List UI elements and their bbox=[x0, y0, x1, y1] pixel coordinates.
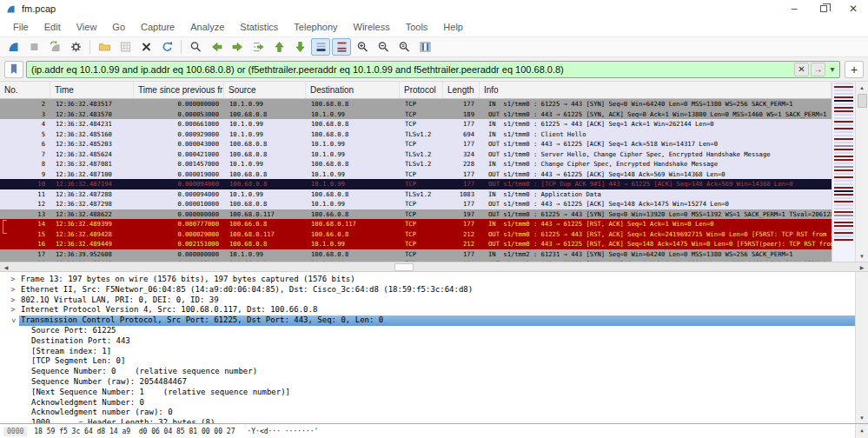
detail-field[interactable]: Source Port: 61225 bbox=[0, 326, 855, 336]
column-header-destination[interactable]: Destination bbox=[306, 82, 400, 98]
zoom-reset-icon[interactable] bbox=[394, 38, 414, 56]
restart-capture-icon[interactable] bbox=[45, 38, 64, 56]
detail-field[interactable]: [TCP Segment Len: 0] bbox=[0, 356, 855, 367]
resize-columns-icon[interactable] bbox=[415, 38, 434, 56]
menu-go[interactable]: Go bbox=[104, 19, 133, 35]
save-file-icon[interactable] bbox=[116, 38, 135, 56]
menu-file[interactable]: File bbox=[5, 19, 36, 35]
minimize-button[interactable]: – bbox=[779, 0, 809, 17]
detail-field[interactable]: Acknowledgment Number: 0 bbox=[0, 398, 855, 408]
detail-field[interactable]: [Next Sequence Number: 1 (relative seque… bbox=[0, 388, 855, 398]
menu-statistics[interactable]: Statistics bbox=[232, 19, 286, 35]
filter-dropdown-button[interactable]: ▾ bbox=[827, 63, 838, 76]
hex-scroll-up-icon[interactable]: ▲ bbox=[856, 424, 868, 435]
close-button[interactable]: ✕ bbox=[838, 0, 868, 17]
detail-field[interactable]: 1000 .... = Header Length: 32 bytes (8) bbox=[0, 418, 855, 423]
restore-button[interactable] bbox=[809, 0, 838, 17]
detail-field[interactable]: Destination Port: 443 bbox=[0, 336, 855, 347]
hex-dump-pane[interactable]: 0000 18 59 f5 3c 64 d8 14 a9 d0 06 04 85… bbox=[0, 423, 868, 438]
open-file-icon[interactable] bbox=[95, 38, 114, 56]
collapsed-chevron-icon[interactable]: > bbox=[7, 275, 19, 285]
reload-file-icon[interactable] bbox=[157, 38, 176, 56]
filter-bookmark-button[interactable] bbox=[4, 61, 23, 78]
scroll-up-icon[interactable]: ▲ bbox=[856, 82, 868, 93]
filter-clear-button[interactable]: ✕ bbox=[794, 63, 809, 76]
column-header-info[interactable]: Info bbox=[480, 82, 832, 98]
find-packet-icon[interactable] bbox=[186, 38, 205, 56]
packet-row-3[interactable]: 312:36:32.4835700.000053000100.68.0.810.… bbox=[0, 110, 832, 120]
display-filter-input[interactable]: (ip.addr eq 10.1.0.99 and ip.addr eq 100… bbox=[26, 61, 840, 78]
menu-wireless[interactable]: Wireless bbox=[346, 19, 398, 35]
hex-bytes[interactable]: 18 59 f5 3c 64 d8 14 a9 d0 06 04 85 81 0… bbox=[34, 428, 235, 435]
detail-field[interactable]: Acknowledgment number (raw): 0 bbox=[0, 408, 855, 418]
collapsed-chevron-icon[interactable]: > bbox=[7, 285, 19, 295]
colorize-packets-icon[interactable] bbox=[332, 38, 351, 56]
packet-row-16[interactable]: 1612:36:32.4894490.002151000100.68.0.810… bbox=[0, 239, 832, 249]
menu-edit[interactable]: Edit bbox=[36, 19, 69, 35]
go-first-packet-icon[interactable] bbox=[269, 38, 288, 56]
packet-row-7[interactable]: 712:36:32.4856240.000421000100.68.0.810.… bbox=[0, 149, 832, 160]
packet-row-17[interactable]: 1712:36:39.9526080.00000000010.1.0.99100… bbox=[0, 249, 832, 260]
menu-view[interactable]: View bbox=[69, 19, 105, 35]
expanded-chevron-icon[interactable]: > bbox=[8, 315, 18, 327]
column-header-length[interactable]: Length bbox=[443, 82, 480, 98]
packet-row-14[interactable]: 1412:36:32.4893990.000777000100.66.0.810… bbox=[0, 219, 832, 229]
packet-row-15[interactable]: 1512:36:32.4894280.000029000100.68.0.117… bbox=[0, 229, 832, 240]
hex-ascii[interactable]: ·Y·<d··· ·······' bbox=[247, 428, 318, 435]
packet-row-2[interactable]: 212:36:32.4835170.00000000010.1.0.99100.… bbox=[0, 99, 832, 110]
packet-row-4[interactable]: 412:36:32.4842310.00066100010.1.0.99100.… bbox=[0, 119, 832, 129]
packet-minimap[interactable] bbox=[832, 82, 855, 262]
menu-telephony[interactable]: Telephony bbox=[286, 19, 345, 35]
menu-analyze[interactable]: Analyze bbox=[182, 19, 232, 35]
detail-protocol-layer[interactable]: >Frame 13: 197 bytes on wire (1576 bits)… bbox=[0, 275, 855, 285]
packet-row-8[interactable]: 812:36:32.4870810.00145700010.1.0.99100.… bbox=[0, 159, 832, 169]
column-header-source[interactable]: Source bbox=[224, 82, 306, 98]
menu-capture[interactable]: Capture bbox=[133, 19, 182, 35]
filter-add-button[interactable]: + bbox=[845, 61, 864, 78]
scroll-left-icon[interactable]: ◀ bbox=[0, 262, 12, 271]
go-last-packet-icon[interactable] bbox=[290, 38, 309, 56]
packet-row-9[interactable]: 912:36:32.4871000.000019000100.68.0.810.… bbox=[0, 169, 832, 180]
collapsed-chevron-icon[interactable]: > bbox=[7, 295, 19, 306]
stop-capture-icon[interactable] bbox=[24, 38, 43, 56]
detail-protocol-layer[interactable]: >Internet Protocol Version 4, Src: 100.6… bbox=[0, 305, 855, 315]
scroll-right-icon[interactable]: ▶ bbox=[856, 262, 868, 271]
menu-help[interactable]: Help bbox=[435, 19, 471, 35]
packet-row-10[interactable]: 1012:36:32.4871940.000094000100.68.0.810… bbox=[0, 179, 832, 189]
detail-field[interactable]: Sequence Number: 0 (relative sequence nu… bbox=[0, 367, 855, 377]
packet-src: 100.68.0.8 bbox=[224, 149, 306, 160]
menu-tools[interactable]: Tools bbox=[398, 19, 436, 35]
column-header-time[interactable]: Time bbox=[50, 82, 134, 98]
column-header-no[interactable]: No. bbox=[0, 82, 50, 98]
detail-protocol-layer[interactable]: >Ethernet II, Src: F5Networ_06:04:85 (14… bbox=[0, 285, 855, 295]
capture-options-icon[interactable] bbox=[66, 38, 85, 56]
auto-scroll-icon[interactable] bbox=[311, 38, 330, 56]
packet-row-13[interactable]: 1312:36:32.4886220.000000000100.68.0.117… bbox=[0, 209, 832, 220]
column-header-protocol[interactable]: Protocol bbox=[400, 82, 443, 98]
packet-row-6[interactable]: 612:36:32.4852030.000043000100.68.0.810.… bbox=[0, 139, 832, 149]
packet-row-11[interactable]: 1112:36:32.4872880.00009400010.1.0.99100… bbox=[0, 189, 832, 200]
detail-field[interactable]: Sequence Number (raw): 2054484467 bbox=[0, 377, 855, 388]
detail-protocol-layer[interactable]: >802.1Q Virtual LAN, PRI: 0, DEI: 0, ID:… bbox=[0, 295, 855, 306]
details-scrollbar[interactable]: ▼ bbox=[855, 272, 868, 423]
scroll-down-icon[interactable]: ▼ bbox=[856, 250, 868, 262]
zoom-in-icon[interactable] bbox=[353, 38, 372, 56]
details-scroll-down-icon[interactable]: ▼ bbox=[856, 412, 868, 423]
go-forward-icon[interactable] bbox=[228, 38, 247, 56]
packet-row-12[interactable]: 1212:36:32.4872980.000010000100.68.0.810… bbox=[0, 199, 832, 209]
start-capture-icon[interactable] bbox=[3, 38, 23, 56]
hex-scrollbar[interactable]: ▲ bbox=[855, 424, 868, 438]
scroll-thumb[interactable] bbox=[858, 94, 867, 108]
packet-row-5[interactable]: 512:36:32.4851600.00092900010.1.0.99100.… bbox=[0, 129, 832, 140]
packet-list-scrollbar[interactable]: ▲ ▼ bbox=[855, 82, 868, 262]
filter-apply-button[interactable]: → bbox=[811, 63, 825, 76]
column-header-time-since-previous-fram[interactable]: Time since previous fram bbox=[134, 82, 224, 98]
close-file-icon[interactable] bbox=[136, 38, 156, 56]
detail-field[interactable]: [Stream index: 1] bbox=[0, 347, 855, 357]
go-back-icon[interactable] bbox=[207, 38, 226, 56]
horizontal-scrollbar[interactable]: ◀ ▶ bbox=[0, 262, 868, 272]
detail-protocol-layer[interactable]: >Transmission Control Protocol, Src Port… bbox=[0, 315, 855, 326]
hscroll-thumb[interactable] bbox=[394, 263, 414, 271]
zoom-out-icon[interactable] bbox=[374, 38, 393, 56]
go-to-packet-icon[interactable] bbox=[248, 38, 268, 56]
